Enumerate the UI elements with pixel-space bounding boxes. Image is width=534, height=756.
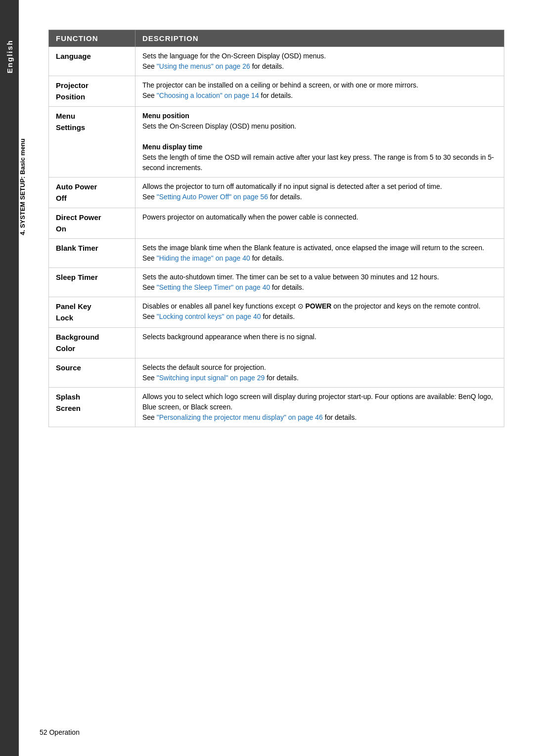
table-row: ProjectorPositionThe projector can be in…: [49, 76, 504, 107]
side-tab: English: [0, 0, 19, 756]
footer: 52 Operation: [40, 728, 80, 736]
table-row: SplashScreenAllows you to select which l…: [49, 388, 504, 427]
function-cell: Panel KeyLock: [49, 297, 135, 328]
main-content: FUNCTION DESCRIPTION LanguageSets the la…: [19, 0, 534, 467]
description-cell: Selects background appearance when there…: [135, 328, 504, 358]
table-row: BackgroundColorSelects background appear…: [49, 328, 504, 358]
description-link[interactable]: "Hiding the image" on page 40: [157, 254, 250, 262]
footer-text: 52 Operation: [40, 728, 80, 736]
description-link[interactable]: "Locking control keys" on page 40: [157, 312, 261, 320]
description-link[interactable]: "Using the menus" on page 26: [157, 62, 250, 70]
col-function: FUNCTION: [49, 30, 135, 47]
description-cell: Powers projector on automatically when t…: [135, 208, 504, 239]
description-cell: Allows the projector to turn off automat…: [135, 178, 504, 208]
table-row: SourceSelects the default source for pro…: [49, 358, 504, 388]
description-cell: Sets the language for the On-Screen Disp…: [135, 47, 504, 76]
description-cell: The projector can be installed on a ceil…: [135, 76, 504, 107]
description-cell: Selects the default source for projectio…: [135, 358, 504, 388]
description-cell: Sets the auto-shutdown timer. The timer …: [135, 268, 504, 297]
side-tab-label: English: [5, 40, 14, 73]
description-link[interactable]: "Personalizing the projector menu displa…: [157, 413, 323, 421]
description-cell: Menu positionSets the On-Screen Display …: [135, 107, 504, 178]
table-row: LanguageSets the language for the On-Scr…: [49, 47, 504, 76]
description-link[interactable]: "Switching input signal" on page 29: [157, 374, 265, 382]
description-bold-inline: POWER: [306, 302, 332, 310]
description-cell: Allows you to select which logo screen w…: [135, 388, 504, 427]
description-cell: Sets the image blank time when the Blank…: [135, 239, 504, 268]
description-cell: Disables or enables all panel key functi…: [135, 297, 504, 328]
section-label: 4. SYSTEM SETUP: Basic menu: [19, 138, 63, 235]
table-row: Sleep TimerSets the auto-shutdown timer.…: [49, 268, 504, 297]
table-row: MenuSettingsMenu positionSets the On-Scr…: [49, 107, 504, 178]
col-description: DESCRIPTION: [135, 30, 504, 47]
description-bold: Menu position: [142, 112, 189, 120]
table-row: Auto PowerOffAllows the projector to tur…: [49, 178, 504, 208]
function-cell: Language: [49, 47, 135, 76]
function-cell: ProjectorPosition: [49, 76, 135, 107]
table-header-row: FUNCTION DESCRIPTION: [49, 30, 504, 47]
description-link[interactable]: "Setting the Sleep Timer" on page 40: [157, 283, 270, 291]
function-cell: Blank Timer: [49, 239, 135, 268]
function-cell: BackgroundColor: [49, 328, 135, 358]
description-link[interactable]: "Choosing a location" on page 14: [157, 91, 259, 99]
function-cell: Source: [49, 358, 135, 388]
function-cell: SplashScreen: [49, 388, 135, 427]
description-bold: Menu display time: [142, 143, 202, 151]
description-link[interactable]: "Setting Auto Power Off" on page 56: [157, 193, 268, 201]
table-row: Panel KeyLockDisables or enables all pan…: [49, 297, 504, 328]
table-row: Blank TimerSets the image blank time whe…: [49, 239, 504, 268]
function-table: FUNCTION DESCRIPTION LanguageSets the la…: [48, 30, 504, 427]
function-cell: Sleep Timer: [49, 268, 135, 297]
table-row: Direct PowerOnPowers projector on automa…: [49, 208, 504, 239]
